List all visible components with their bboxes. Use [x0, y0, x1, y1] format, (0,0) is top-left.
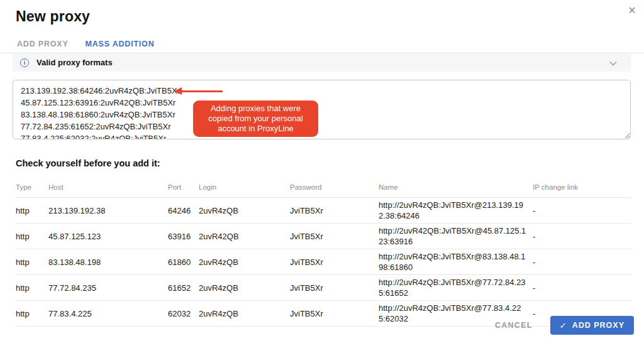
cell-login: 2uvR4zQB	[199, 198, 290, 224]
annotation-callout: Adding proxies that were copied from you…	[193, 100, 318, 137]
cell-port: 63916	[168, 224, 199, 249]
cell-ip-change-link: -	[533, 198, 631, 224]
cell-port: 64246	[168, 198, 199, 224]
cell-password: JviTB5Xr	[290, 301, 379, 327]
table-row: http 77.72.84.235 61652 2uvR4zQB JviTB5X…	[16, 275, 631, 301]
check-icon: ✓	[560, 321, 567, 330]
cell-host: 45.87.125.123	[48, 224, 168, 249]
cell-password: JviTB5Xr	[290, 224, 379, 249]
info-icon: i	[20, 58, 29, 67]
cell-password: JviTB5Xr	[290, 275, 379, 301]
table-row: http 213.139.192.38 64246 2uvR4zQB JviTB…	[16, 198, 631, 224]
cell-password: JviTB5Xr	[290, 249, 379, 275]
add-proxy-button-label: ADD PROXY	[572, 321, 625, 330]
cell-type: http	[16, 224, 48, 249]
cell-type: http	[16, 249, 48, 275]
cell-type: http	[16, 275, 48, 301]
dialog-footer: CANCEL ✓ ADD PROXY	[495, 316, 634, 335]
table-header-row: Type Host Port Login Password Name IP ch…	[16, 178, 631, 198]
cell-name: http://2uvR4zQB:JviTB5Xr@83.138.48.198:6…	[379, 249, 533, 275]
cell-host: 83.138.48.198	[48, 249, 168, 275]
column-header-host: Host	[48, 178, 168, 198]
annotation-arrow-head-icon	[174, 87, 182, 95]
proxy-list-input[interactable]: 213.139.192.38:64246:2uvR4zQB:JviTB5Xr 4…	[13, 80, 631, 139]
check-yourself-heading: Check yourself before you add it:	[16, 158, 160, 168]
proxy-preview-table: Type Host Port Login Password Name IP ch…	[16, 178, 631, 327]
cell-ip-change-link: -	[533, 249, 631, 275]
cell-port: 62032	[168, 301, 199, 327]
chevron-down-icon[interactable]	[609, 57, 617, 68]
cell-login: 2uvR4zQB	[199, 301, 290, 327]
column-header-ip-change-link: IP change link	[533, 178, 631, 198]
cell-name: http://2uvR4zQB:JviTB5Xr@77.72.84.235:61…	[379, 275, 533, 301]
page-title: New proxy	[16, 8, 90, 25]
cell-host: 77.72.84.235	[48, 275, 168, 301]
cell-port: 61652	[168, 275, 199, 301]
cell-login: 2uvR42QB	[199, 224, 290, 249]
add-proxy-button[interactable]: ✓ ADD PROXY	[550, 316, 634, 335]
column-header-password: Password	[290, 178, 379, 198]
column-header-type: Type	[16, 178, 48, 198]
valid-proxy-formats-accordion[interactable]: i Valid proxy formats	[13, 53, 631, 72]
cell-login: 2uvR4zQB	[199, 249, 290, 275]
column-header-name: Name	[379, 178, 533, 198]
cell-type: http	[16, 301, 48, 327]
cell-port: 61860	[168, 249, 199, 275]
table-row: http 83.138.48.198 61860 2uvR4zQB JviTB5…	[16, 249, 631, 275]
new-proxy-dialog: ✕ New proxy ADD PROXY MASS ADDITION i Va…	[0, 0, 644, 341]
column-header-login: Login	[199, 178, 290, 198]
close-icon[interactable]: ✕	[625, 4, 639, 18]
cell-type: http	[16, 198, 48, 224]
column-header-port: Port	[168, 178, 199, 198]
annotation-arrow	[181, 90, 223, 92]
table-row: http 45.87.125.123 63916 2uvR42QB JviTB5…	[16, 224, 631, 249]
cell-ip-change-link: -	[533, 275, 631, 301]
cell-host: 213.139.192.38	[48, 198, 168, 224]
cell-name: http://2uvR4zQB:JviTB5Xr@213.139.192.38:…	[379, 198, 533, 224]
cancel-button[interactable]: CANCEL	[495, 321, 533, 330]
cell-name: http://2uvR42QB:JviTB5Xr@45.87.125.123:6…	[379, 224, 533, 249]
cell-login: 2uvR4zQB	[199, 275, 290, 301]
cell-host: 77.83.4.225	[48, 301, 168, 327]
accordion-label: Valid proxy formats	[36, 58, 113, 67]
cell-ip-change-link: -	[533, 224, 631, 249]
cell-password: JviTB5Xr	[290, 198, 379, 224]
